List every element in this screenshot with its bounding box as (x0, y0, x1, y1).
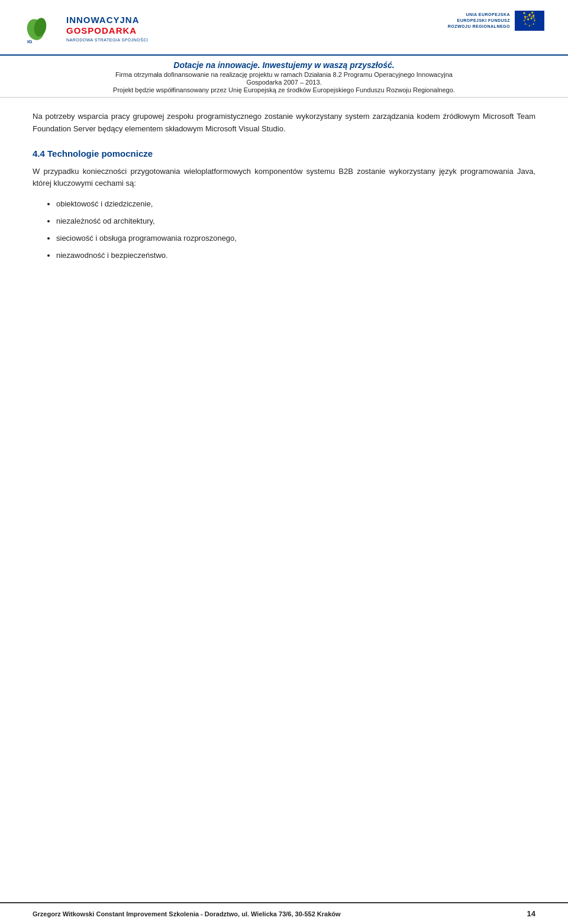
header-right: UNIA EUROPEJSKA EUROPEJSKI FUNDUSZ ROZWO… (448, 11, 544, 31)
footer-page-number: 14 (527, 909, 535, 918)
ue-line3: ROZWOJU REGIONALNEGO (448, 24, 510, 30)
bullet-item: niezależność od architektury, (56, 215, 535, 228)
logo-text-block: INNOWACYJNA GOSPODARKA NARODOWA STRATEGI… (66, 15, 148, 43)
bullet-item: obiektowość i dziedziczenie, (56, 198, 535, 211)
eu-flag-icon: ★ ★ ★ ★ ★ ★ ★ ★ ★ ★ ★ ★ (515, 11, 544, 31)
main-paragraph: Na potrzeby wsparcia pracy grupowej zesp… (33, 111, 535, 135)
banner-project: Projekt będzie współfinansowany przez Un… (24, 86, 544, 93)
banner-subtitle: Firma otrzymała dofinansowanie na realiz… (24, 71, 544, 78)
svg-text:★: ★ (527, 15, 528, 18)
bullet-item: niezawodność i bezpieczeństwo. (56, 250, 535, 262)
ue-line1: UNIA EUROPEJSKA (466, 12, 510, 18)
footer: Grzegorz Witkowski Constant Improvement … (0, 902, 568, 924)
svg-text:★: ★ (532, 22, 535, 25)
bullet-item: sieciowość i obsługa programowania rozpr… (56, 232, 535, 245)
svg-text:★: ★ (524, 18, 526, 20)
header: IG INNOWACYJNA GOSPODARKA NARODOWA STRAT… (0, 0, 568, 54)
banner-title: Dotacje na innowacje. Inwestujemy w wasz… (24, 60, 544, 70)
ue-logo-block: UNIA EUROPEJSKA EUROPEJSKI FUNDUSZ ROZWO… (448, 11, 544, 31)
footer-text: Grzegorz Witkowski Constant Improvement … (33, 910, 341, 917)
ue-text-block: UNIA EUROPEJSKA EUROPEJSKI FUNDUSZ ROZWO… (448, 12, 510, 29)
svg-text:★: ★ (531, 15, 533, 18)
svg-text:★: ★ (528, 14, 531, 17)
section-heading: 4.4 Technologie pomocnicze (33, 148, 535, 159)
svg-text:★: ★ (534, 18, 535, 20)
logo-gospodarka-text: GOSPODARKA (66, 25, 148, 36)
header-left: IG INNOWACYJNA GOSPODARKA NARODOWA STRAT… (24, 11, 148, 47)
ue-line2: EUROPEJSKI FUNDUSZ (457, 18, 510, 24)
svg-text:IG: IG (27, 39, 32, 44)
svg-text:★: ★ (524, 22, 527, 25)
main-content: Na potrzeby wsparcia pracy grupowej zesp… (0, 98, 568, 924)
logo-subtitle-text: NARODOWA STRATEGIA SPÓJNOŚCI (66, 37, 148, 43)
page: IG INNOWACYJNA GOSPODARKA NARODOWA STRAT… (0, 0, 568, 924)
logo-innowacyjna-text: INNOWACYJNA (66, 15, 148, 25)
innowacyjna-gospodarka-logo-icon: IG (24, 11, 60, 47)
banner-program: Gospodarka 2007 – 2013. (24, 79, 544, 86)
bullet-list: obiektowość i dziedziczenie,niezależność… (33, 198, 535, 261)
svg-text:★: ★ (528, 24, 531, 27)
section-paragraph: W przypadku konieczności przygotowania w… (33, 166, 535, 190)
banner: Dotacje na innowacje. Inwestujemy w wasz… (0, 54, 568, 98)
